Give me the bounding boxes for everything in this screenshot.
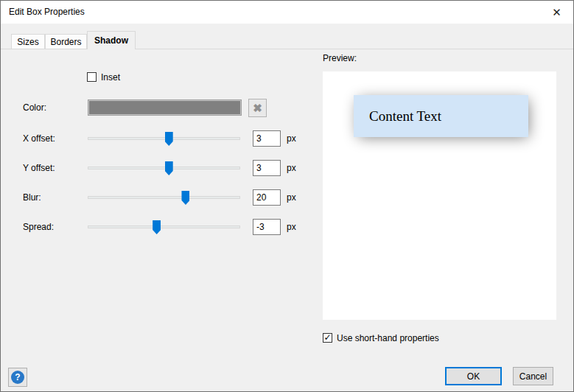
ok-button[interactable]: OK xyxy=(445,367,502,385)
inset-checkbox-label: Inset xyxy=(101,72,120,83)
inset-checkbox[interactable] xyxy=(87,72,97,82)
x-offset-slider-thumb[interactable] xyxy=(165,132,173,146)
tab-borders[interactable]: Borders xyxy=(45,34,87,49)
close-icon: ✕ xyxy=(552,6,561,19)
spread-slider-track[interactable] xyxy=(88,225,240,228)
preview-label: Preview: xyxy=(323,53,357,63)
y-offset-label: Y offset: xyxy=(23,161,55,175)
preview-content-text: Content Text xyxy=(369,108,441,125)
clear-color-icon: ✖ xyxy=(253,102,262,115)
ok-button-label: OK xyxy=(467,371,480,382)
help-button[interactable]: ? xyxy=(8,368,27,387)
spread-unit: px xyxy=(287,219,296,235)
x-offset-label: X offset: xyxy=(23,132,55,146)
shorthand-checkbox[interactable]: ✓ xyxy=(323,333,332,343)
edit-box-properties-dialog: Edit Box Properties ✕ Sizes Borders Shad… xyxy=(0,0,574,392)
clear-color-button[interactable]: ✖ xyxy=(248,99,267,117)
close-button[interactable]: ✕ xyxy=(540,1,573,24)
y-offset-unit: px xyxy=(287,160,296,176)
y-offset-slider-track[interactable] xyxy=(88,167,240,169)
spread-label: Spread: xyxy=(23,220,54,234)
color-swatch[interactable] xyxy=(88,99,242,116)
checkmark-icon: ✓ xyxy=(323,334,331,342)
x-offset-slider-track[interactable] xyxy=(88,137,240,140)
window-title: Edit Box Properties xyxy=(9,7,85,17)
blur-input[interactable] xyxy=(253,189,281,206)
spread-input[interactable] xyxy=(253,219,281,235)
color-label: Color: xyxy=(23,101,46,115)
tab-borders-label: Borders xyxy=(50,37,81,47)
title-bar: Edit Box Properties ✕ xyxy=(1,1,573,24)
blur-slider-thumb[interactable] xyxy=(181,191,189,205)
shorthand-checkbox-label: Use short-hand properties xyxy=(337,333,439,343)
blur-label: Blur: xyxy=(23,191,41,205)
spread-slider-thumb[interactable] xyxy=(153,220,161,234)
tab-shadow[interactable]: Shadow xyxy=(87,31,136,49)
preview-content-box: Content Text xyxy=(354,95,528,137)
blur-slider-track[interactable] xyxy=(88,196,240,199)
tab-shadow-label: Shadow xyxy=(94,35,128,46)
cancel-button-label: Cancel xyxy=(519,371,547,382)
x-offset-unit: px xyxy=(287,130,296,147)
x-offset-input[interactable] xyxy=(253,130,281,147)
y-offset-slider-thumb[interactable] xyxy=(165,161,173,175)
preview-panel: Content Text xyxy=(323,71,556,320)
y-offset-slider[interactable] xyxy=(88,161,240,175)
spread-slider[interactable] xyxy=(88,220,240,234)
y-offset-input[interactable] xyxy=(253,160,281,176)
cancel-button[interactable]: Cancel xyxy=(513,367,553,385)
blur-slider[interactable] xyxy=(88,191,240,205)
x-offset-slider[interactable] xyxy=(88,132,240,146)
tab-sizes[interactable]: Sizes xyxy=(11,34,45,49)
blur-unit: px xyxy=(287,189,296,206)
help-icon: ? xyxy=(11,371,24,384)
tab-sizes-label: Sizes xyxy=(17,37,38,47)
